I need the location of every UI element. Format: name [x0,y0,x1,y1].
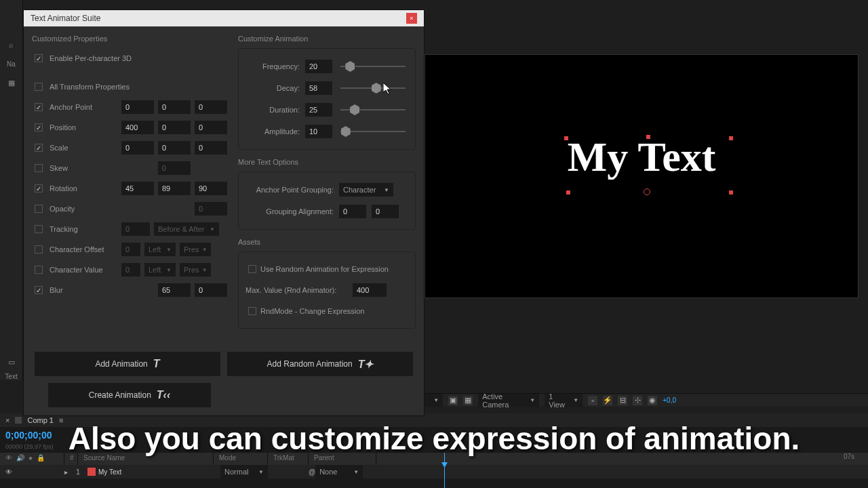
search-icon[interactable]: ⌕ [3,37,20,53]
dialog-titlebar[interactable]: Text Animator Suite × [24,10,424,26]
tracking-dropdown[interactable]: Before & After▼ [154,222,219,236]
decay-slider[interactable] [340,87,406,89]
skew-v0[interactable] [158,161,191,175]
mode-dropdown[interactable]: Normal▼ [220,465,268,479]
rotation-v0[interactable] [121,182,154,195]
max-value-input[interactable] [353,283,387,297]
fps-label: 00000 (29,97 fps) [5,443,58,450]
position-v1[interactable] [158,121,191,134]
scale-v0[interactable] [121,141,154,155]
anchor-v2[interactable] [195,100,227,114]
enable-3d-checkbox[interactable] [35,54,43,62]
timeline-icon[interactable]: ⊟ [618,396,627,405]
scale-v1[interactable] [158,141,191,155]
pixel-icon[interactable]: ▫ [588,396,597,405]
handle[interactable] [646,135,650,139]
rotation-checkbox[interactable] [35,184,43,192]
video-icon[interactable]: 👁 [5,454,12,464]
expand-icon[interactable]: ▸ [64,468,71,476]
enable-3d-label: Enable Per-character 3D [50,54,132,62]
close-tab-icon[interactable]: × [5,416,9,424]
position-v0[interactable] [121,121,154,134]
folder-icon[interactable]: ▦ [3,75,20,91]
handle[interactable] [566,190,570,195]
solo-icon[interactable]: ● [28,454,33,464]
blur-checkbox[interactable] [35,286,43,294]
opacity-v0[interactable] [195,202,227,216]
blur-v0[interactable] [158,283,191,297]
view-dropdown[interactable]: 1 View▼ [545,394,583,407]
duration-slider[interactable] [340,109,406,110]
duration-input[interactable] [305,103,332,117]
flowchart-icon[interactable]: ⊹ [633,396,642,405]
frequency-slider[interactable] [340,66,406,67]
close-button[interactable]: × [406,13,417,24]
text-tool-label: Text [0,373,22,380]
comp-color-icon [15,417,22,424]
rnd-mode-checkbox[interactable] [248,307,256,315]
reset-exp-icon[interactable]: ◉ [648,396,657,405]
anchor-v1[interactable] [158,100,191,114]
charoffset-v0[interactable] [121,243,140,256]
rotation-label: Rotation [50,184,117,192]
tab-menu-icon[interactable]: ≡ [59,416,63,424]
grouping-align-v1[interactable] [372,205,399,218]
anchor-checkbox[interactable] [35,103,43,111]
playhead[interactable] [444,453,445,488]
blur-v1[interactable] [195,283,227,297]
exposure-value[interactable]: +0,0 [663,396,676,404]
camera-dropdown[interactable]: Active Camera▼ [478,394,539,407]
anchor-v0[interactable] [121,100,154,114]
opacity-checkbox[interactable] [35,205,43,213]
rotation-v2[interactable] [195,182,227,195]
text-animator-dialog: Text Animator Suite × Customized Propert… [23,9,425,416]
all-transform-checkbox[interactable] [35,83,43,91]
add-animation-button[interactable]: Add Animation T [35,352,220,376]
tracking-checkbox[interactable] [35,225,43,233]
charvalue-checkbox[interactable] [35,266,43,274]
layer-color-icon[interactable] [87,468,96,476]
charvalue-dd1[interactable]: Left▼ [144,263,176,277]
roi-icon[interactable]: ▣ [448,396,458,405]
panel-icon[interactable]: Na [3,56,20,72]
charvalue-v0[interactable] [121,263,140,277]
lock-icon[interactable]: 🔒 [37,454,45,464]
parent-dropdown[interactable]: None▼ [315,465,363,479]
position-checkbox[interactable] [35,123,43,131]
timeline-timecode[interactable]: 0;00;00;00 [5,430,52,441]
add-random-animation-button[interactable]: Add Random Animation T✦ [227,352,413,376]
preview-panel[interactable]: My Text [425,54,859,298]
decay-input[interactable] [305,81,332,95]
scale-v2[interactable] [195,141,227,155]
layer-name[interactable]: My Text [98,468,220,476]
preview-text[interactable]: My Text [568,133,716,181]
scale-checkbox[interactable] [35,144,43,152]
audio-icon[interactable]: 🔊 [16,454,24,464]
layout-icon[interactable]: ▭ [3,354,20,370]
comp-tab[interactable]: Comp 1 [27,416,54,424]
amplitude-input[interactable] [305,125,332,138]
charoffset-dd2[interactable]: Pres▼ [180,243,211,256]
fast-icon[interactable]: ⚡ [603,396,612,405]
amplitude-slider[interactable] [340,131,406,132]
transparency-icon[interactable]: ▦ [463,396,473,405]
handle[interactable] [564,136,568,140]
position-v2[interactable] [195,121,227,134]
grouping-align-v0[interactable] [339,205,366,218]
charvalue-dd2[interactable]: Pres▼ [180,263,211,277]
charoffset-checkbox[interactable] [35,245,43,253]
anchor-grouping-dropdown[interactable]: Character▼ [339,183,393,197]
frequency-input[interactable] [305,60,332,73]
eye-icon[interactable]: 👁 [5,468,12,476]
handle[interactable] [729,136,733,140]
pickwhip-icon[interactable]: @ [309,468,315,476]
use-random-checkbox[interactable] [248,265,256,273]
tracking-v0[interactable] [121,222,150,236]
all-transform-label: All Transform Properties [50,83,130,91]
create-animation-button[interactable]: Create Animation T‹‹ [48,383,211,407]
rotation-v1[interactable] [158,182,191,195]
skew-checkbox[interactable] [35,164,43,172]
charoffset-dd1[interactable]: Left▼ [144,243,176,256]
skew-label: Skew [50,164,117,172]
handle[interactable] [729,190,733,195]
